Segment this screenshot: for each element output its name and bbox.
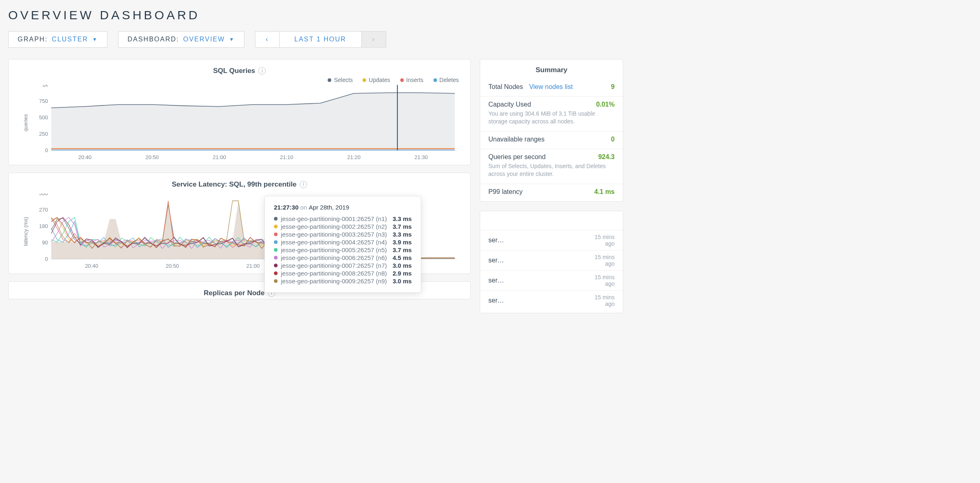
legend-item[interactable]: Inserts — [400, 77, 424, 83]
chart-title: Replicas per Node — [204, 289, 264, 297]
tooltip-series-name: jesse-geo-partitioning-0006:26257 (n6) — [281, 254, 387, 261]
tooltip-series-value: 3.3 ms — [393, 215, 412, 222]
svg-text:750: 750 — [39, 98, 48, 104]
summary-value: 4.1 ms — [594, 188, 615, 196]
event-row[interactable]: ser… 15 minsago — [480, 230, 623, 250]
chart-title: SQL Queries — [213, 67, 255, 75]
tooltip-row: jesse-geo-partitioning-0009:26257 (n9) 3… — [274, 277, 412, 285]
event-name: ser… — [488, 257, 504, 264]
tooltip-series-name: jesse-geo-partitioning-0003:26257 (n3) — [281, 231, 387, 238]
legend-dot-icon — [400, 78, 404, 82]
graph-label: GRAPH: — [18, 36, 48, 43]
event-time: 15 minsago — [595, 274, 615, 287]
tooltip-time: 21:27:30 — [274, 204, 299, 211]
summary-item: P99 latency 4.1 ms — [480, 184, 623, 201]
svg-text:500: 500 — [39, 114, 48, 121]
series-dot-icon — [274, 232, 278, 236]
time-range-button[interactable]: LAST 1 HOUR — [280, 31, 362, 48]
caret-down-icon: ▼ — [229, 36, 235, 42]
time-range-nav: ‹ LAST 1 HOUR › — [255, 31, 386, 48]
tooltip-row: jesse-geo-partitioning-0004:26257 (n4) 3… — [274, 238, 412, 246]
time-range-label: LAST 1 HOUR — [294, 36, 346, 43]
svg-text:21:00: 21:00 — [213, 154, 226, 160]
legend-item[interactable]: Updates — [362, 77, 390, 83]
legend-label: Updates — [369, 77, 390, 83]
tooltip-series-name: jesse-geo-partitioning-0002:26257 (n2) — [281, 223, 387, 230]
summary-value: 924.3 — [598, 153, 615, 161]
tooltip-on: on — [300, 204, 307, 211]
summary-subtext: Sum of Selects, Updates, Inserts, and De… — [488, 162, 615, 178]
summary-value: 0 — [611, 136, 615, 143]
caret-down-icon: ▼ — [92, 36, 98, 42]
event-time: 15 minsago — [595, 294, 615, 307]
dashboard-label: DASHBOARD: — [128, 36, 179, 43]
graph-selector[interactable]: GRAPH: CLUSTER ▼ — [8, 31, 107, 48]
tooltip-series-name: jesse-geo-partitioning-0004:26257 (n4) — [281, 239, 387, 246]
tooltip-row: jesse-geo-partitioning-0007:26257 (n7) 3… — [274, 262, 412, 269]
svg-text:21:00: 21:00 — [246, 263, 260, 269]
svg-text:360: 360 — [39, 194, 48, 196]
tooltip-series-name: jesse-geo-partitioning-0001:26257 (n1) — [281, 215, 387, 222]
event-time: 15 minsago — [595, 254, 615, 267]
summary-label: Queries per second — [488, 153, 546, 160]
summary-card: Summary Total Nodes View nodes list 9 Ca… — [480, 59, 623, 202]
summary-label: Capacity Used — [488, 101, 531, 108]
event-row[interactable]: ser… 15 minsago — [480, 290, 623, 310]
summary-item: Queries per second 924.3 Sum of Selects,… — [480, 149, 623, 184]
tooltip-series-value: 3.3 ms — [393, 231, 412, 238]
svg-text:0: 0 — [45, 147, 48, 153]
chart-legend: SelectsUpdatesInsertsDeletes — [20, 77, 459, 83]
tooltip-row: jesse-geo-partitioning-0005:26257 (n5) 3… — [274, 246, 412, 254]
controls-row: GRAPH: CLUSTER ▼ DASHBOARD: OVERVIEW ▼ ‹… — [8, 31, 623, 48]
legend-label: Inserts — [406, 77, 424, 83]
svg-text:270: 270 — [39, 207, 48, 213]
series-dot-icon — [274, 256, 278, 260]
svg-text:250: 250 — [39, 131, 48, 137]
legend-label: Deletes — [440, 77, 459, 83]
info-icon[interactable]: i — [300, 181, 307, 188]
page-title: OVERVIEW DASHBOARD — [8, 8, 623, 22]
chart-title: Service Latency: SQL, 99th percentile — [172, 180, 296, 189]
summary-value: 0.01% — [596, 101, 615, 108]
summary-label: P99 latency — [488, 188, 523, 195]
chart-tooltip: 21:27:30 on Apr 28th, 2019 jesse-geo-par… — [264, 196, 421, 293]
info-icon[interactable]: i — [258, 67, 266, 75]
tooltip-row: jesse-geo-partitioning-0002:26257 (n2) 3… — [274, 223, 412, 230]
sql-queries-chart: SQL Queries i SelectsUpdatesInsertsDelet… — [8, 59, 471, 165]
y-axis-label: latency (ms) — [20, 194, 29, 269]
event-name: ser… — [488, 297, 504, 304]
summary-link[interactable]: View nodes list — [526, 83, 573, 90]
summary-item: Total Nodes View nodes list 9 — [480, 79, 623, 96]
series-dot-icon — [274, 279, 278, 283]
time-prev-button[interactable]: ‹ — [255, 31, 280, 48]
svg-text:20:50: 20:50 — [146, 154, 159, 160]
svg-text:20:40: 20:40 — [85, 263, 98, 269]
svg-text:21:10: 21:10 — [280, 154, 293, 160]
svg-text:21:30: 21:30 — [415, 154, 428, 160]
tooltip-series-value: 4.5 ms — [393, 254, 412, 261]
time-next-button: › — [362, 31, 386, 48]
y-axis-label: queries — [20, 85, 29, 161]
event-name: ser… — [488, 237, 504, 244]
legend-item[interactable]: Selects — [328, 77, 353, 83]
tooltip-series-value: 3.7 ms — [393, 246, 412, 253]
tooltip-series-name: jesse-geo-partitioning-0009:26257 (n9) — [281, 278, 387, 285]
summary-item: Capacity Used 0.01% You are using 304.6 … — [480, 96, 623, 131]
legend-dot-icon — [433, 78, 437, 82]
event-row[interactable]: ser… 15 minsago — [480, 250, 623, 270]
tooltip-row: jesse-geo-partitioning-0006:26257 (n6) 4… — [274, 254, 412, 262]
chevron-right-icon: › — [372, 36, 375, 43]
series-dot-icon — [274, 248, 278, 252]
tooltip-series-name: jesse-geo-partitioning-0008:26257 (n8) — [281, 270, 387, 277]
tooltip-series-value: 3.0 ms — [393, 278, 412, 285]
series-dot-icon — [274, 264, 278, 267]
tooltip-row: jesse-geo-partitioning-0003:26257 (n3) 3… — [274, 230, 412, 238]
tooltip-row: jesse-geo-partitioning-0001:26257 (n1) 3… — [274, 215, 412, 223]
series-dot-icon — [274, 271, 278, 275]
chart-plot[interactable]: 02505007501k 20:4020:5021:0021:1021:2021… — [29, 85, 459, 161]
event-row[interactable]: ser… 15 minsago — [480, 270, 623, 290]
tooltip-series-value: 3.9 ms — [393, 239, 412, 246]
tooltip-series-name: jesse-geo-partitioning-0007:26257 (n7) — [281, 262, 387, 269]
legend-item[interactable]: Deletes — [433, 77, 459, 83]
dashboard-selector[interactable]: DASHBOARD: OVERVIEW ▼ — [118, 31, 244, 48]
